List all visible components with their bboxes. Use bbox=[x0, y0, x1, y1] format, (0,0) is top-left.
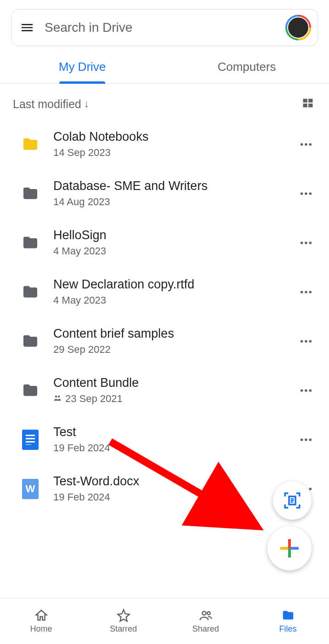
svg-point-25 bbox=[305, 438, 307, 441]
svg-point-13 bbox=[301, 291, 303, 293]
more-options-button[interactable] bbox=[296, 380, 316, 401]
file-date: 19 Feb 2024 bbox=[53, 442, 110, 454]
google-docs-icon bbox=[20, 430, 40, 450]
file-row[interactable]: HelloSign4 May 2023 bbox=[0, 218, 329, 267]
file-meta: 14 Aug 2023 bbox=[53, 196, 296, 208]
tab-computers[interactable]: Computers bbox=[164, 51, 329, 83]
file-text: Test-Word.docx19 Feb 2024 bbox=[53, 474, 296, 503]
svg-point-35 bbox=[202, 611, 206, 615]
svg-point-15 bbox=[309, 291, 312, 293]
file-text: New Declaration copy.rtfd4 May 2023 bbox=[53, 277, 296, 306]
file-meta: 4 May 2023 bbox=[53, 294, 296, 306]
folder-icon bbox=[20, 331, 40, 351]
svg-point-18 bbox=[309, 340, 312, 343]
plus-icon bbox=[280, 539, 299, 558]
file-meta: 29 Sep 2022 bbox=[53, 344, 296, 356]
bottom-nav: Home Starred Shared Files bbox=[0, 598, 329, 644]
svg-point-14 bbox=[305, 291, 307, 293]
more-options-button[interactable] bbox=[296, 282, 316, 302]
file-name: Colab Notebooks bbox=[53, 130, 296, 144]
svg-point-17 bbox=[305, 340, 307, 343]
file-name: Database- SME and Writers bbox=[53, 179, 296, 193]
nav-shared-label: Shared bbox=[192, 624, 219, 634]
file-date: 14 Aug 2023 bbox=[53, 196, 110, 208]
scan-button[interactable] bbox=[273, 481, 312, 520]
file-row[interactable]: Content Bundle23 Sep 2021 bbox=[0, 366, 329, 415]
file-name: HelloSign bbox=[53, 228, 296, 242]
svg-rect-1 bbox=[308, 99, 312, 103]
people-icon bbox=[199, 609, 213, 622]
file-text: Database- SME and Writers14 Aug 2023 bbox=[53, 179, 296, 208]
nav-starred-label: Starred bbox=[110, 624, 137, 634]
folder-icon bbox=[20, 282, 40, 302]
search-bar[interactable]: Search in Drive bbox=[11, 9, 318, 46]
file-date: 4 May 2023 bbox=[53, 245, 106, 257]
folder-icon bbox=[20, 380, 40, 401]
svg-point-22 bbox=[305, 389, 307, 392]
file-name: Content brief samples bbox=[53, 327, 296, 341]
shared-icon bbox=[53, 393, 62, 405]
svg-point-7 bbox=[301, 192, 303, 195]
more-options-button[interactable] bbox=[296, 430, 316, 450]
folder-icon bbox=[20, 184, 40, 204]
more-options-button[interactable] bbox=[296, 134, 316, 155]
add-button[interactable] bbox=[267, 526, 312, 570]
nav-home-label: Home bbox=[30, 624, 52, 634]
file-meta: 23 Sep 2021 bbox=[53, 393, 296, 405]
file-date: 19 Feb 2024 bbox=[53, 491, 110, 503]
svg-rect-2 bbox=[303, 104, 307, 107]
file-row[interactable]: Content brief samples29 Sep 2022 bbox=[0, 316, 329, 366]
file-date: 29 Sep 2022 bbox=[53, 344, 111, 356]
svg-point-9 bbox=[309, 192, 312, 195]
file-date: 23 Sep 2021 bbox=[65, 393, 123, 405]
word-doc-icon: W bbox=[20, 479, 40, 499]
file-list: Colab Notebooks14 Sep 2023Database- SME … bbox=[0, 120, 329, 513]
svg-point-8 bbox=[305, 192, 307, 195]
more-options-button[interactable] bbox=[296, 331, 316, 351]
tabs: My Drive Computers bbox=[0, 51, 329, 84]
file-text: Content Bundle23 Sep 2021 bbox=[53, 376, 296, 405]
home-icon bbox=[34, 609, 48, 622]
svg-point-26 bbox=[309, 438, 312, 441]
file-row[interactable]: Database- SME and Writers14 Aug 2023 bbox=[0, 169, 329, 218]
more-options-button[interactable] bbox=[296, 233, 316, 253]
file-row[interactable]: Colab Notebooks14 Sep 2023 bbox=[0, 120, 329, 169]
search-input[interactable]: Search in Drive bbox=[45, 20, 285, 35]
svg-point-36 bbox=[207, 612, 210, 615]
svg-point-12 bbox=[309, 242, 312, 244]
file-text: Colab Notebooks14 Sep 2023 bbox=[53, 130, 296, 159]
sort-label-text: Last modified bbox=[13, 98, 81, 111]
svg-rect-0 bbox=[303, 99, 307, 103]
file-meta: 19 Feb 2024 bbox=[53, 491, 296, 503]
file-date: 4 May 2023 bbox=[53, 294, 106, 306]
file-name: Content Bundle bbox=[53, 376, 296, 390]
nav-shared[interactable]: Shared bbox=[164, 598, 247, 644]
grid-view-icon[interactable] bbox=[301, 97, 314, 111]
sort-button[interactable]: Last modified ↓ bbox=[13, 98, 89, 111]
svg-point-10 bbox=[301, 242, 303, 244]
more-options-button[interactable] bbox=[296, 184, 316, 204]
file-name: Test-Word.docx bbox=[53, 474, 296, 489]
star-icon bbox=[117, 609, 130, 622]
tab-my-drive[interactable]: My Drive bbox=[0, 51, 164, 83]
folder-icon bbox=[20, 134, 40, 155]
nav-files-label: Files bbox=[279, 624, 296, 634]
menu-icon[interactable] bbox=[18, 18, 36, 37]
file-name: New Declaration copy.rtfd bbox=[53, 277, 296, 292]
nav-home[interactable]: Home bbox=[0, 598, 82, 644]
svg-point-24 bbox=[301, 438, 303, 441]
folder-icon bbox=[281, 609, 295, 622]
svg-point-20 bbox=[58, 396, 60, 398]
nav-files[interactable]: Files bbox=[247, 598, 329, 644]
file-name: Test bbox=[53, 425, 296, 439]
account-avatar[interactable] bbox=[285, 15, 311, 40]
svg-rect-3 bbox=[308, 104, 312, 107]
svg-point-21 bbox=[301, 389, 303, 392]
svg-point-4 bbox=[301, 143, 303, 146]
file-row[interactable]: Test19 Feb 2024 bbox=[0, 415, 329, 464]
nav-starred[interactable]: Starred bbox=[82, 598, 164, 644]
svg-point-29 bbox=[309, 488, 312, 490]
svg-point-23 bbox=[309, 389, 312, 392]
file-row[interactable]: New Declaration copy.rtfd4 May 2023 bbox=[0, 267, 329, 316]
file-text: HelloSign4 May 2023 bbox=[53, 228, 296, 257]
